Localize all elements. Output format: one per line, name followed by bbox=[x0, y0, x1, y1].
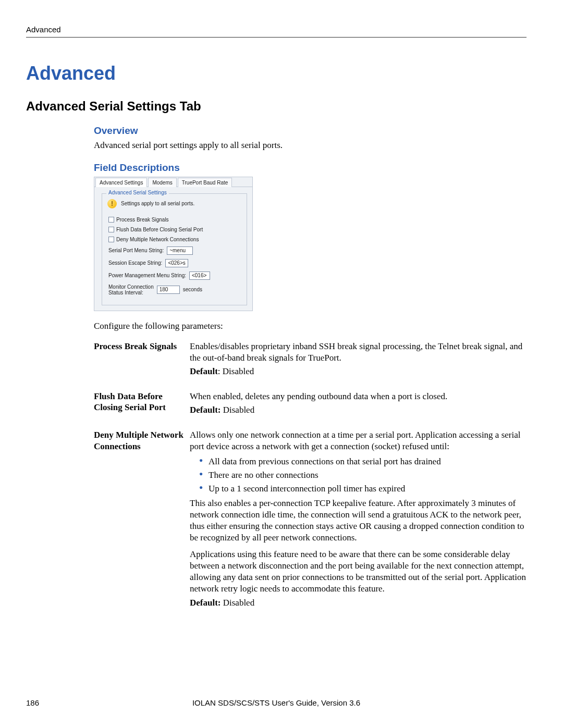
param-desc: Allows only one network connection at a … bbox=[190, 429, 527, 610]
param-term: Process Break Signals bbox=[94, 341, 183, 352]
param-bullets: All data from previous connections on th… bbox=[190, 456, 527, 495]
tab-trueport: TruePort Baud Rate bbox=[178, 178, 232, 187]
header-rule bbox=[26, 37, 527, 38]
field-unit: seconds bbox=[183, 287, 202, 292]
page-title: Advanced bbox=[26, 63, 527, 84]
field-escape-string: Session Escape String: <026>s bbox=[108, 259, 241, 267]
param-desc-text: When enabled, deletes any pending outbou… bbox=[190, 391, 527, 402]
check-deny-multiple: Deny Multiple Network Connections bbox=[108, 237, 241, 242]
page-content: Advanced Advanced Advanced Serial Settin… bbox=[26, 25, 527, 622]
field-label: Session Escape String: bbox=[108, 260, 162, 266]
default-value: Disabled bbox=[223, 405, 254, 415]
default-label: Default: bbox=[190, 598, 221, 608]
page-footer: 186 IOLAN SDS/SCS/STS User's Guide, Vers… bbox=[26, 698, 527, 707]
param-desc-text: Applications using this feature need to … bbox=[190, 549, 527, 595]
field-label: Monitor Connection Status Interval: bbox=[108, 284, 154, 295]
checkbox-icon bbox=[108, 237, 114, 242]
settings-group: Advanced Serial Settings ! Settings appl… bbox=[102, 193, 247, 305]
field-value: <016> bbox=[189, 272, 210, 280]
footer-guide: IOLAN SDS/SCS/STS User's Guide, Version … bbox=[192, 698, 360, 707]
param-term: Deny Multiple Network Connections bbox=[94, 429, 183, 452]
configure-line: Configure the following parameters: bbox=[94, 320, 527, 332]
field-desc-heading: Field Descriptions bbox=[94, 162, 527, 174]
check-process-break: Process Break Signals bbox=[108, 217, 241, 223]
default-value: Disabled bbox=[223, 366, 254, 376]
field-value: <026>s bbox=[165, 259, 188, 267]
default-label: Default bbox=[190, 366, 218, 376]
param-default: Default: Disabled bbox=[190, 366, 527, 377]
overview-heading: Overview bbox=[94, 125, 527, 137]
default-sep: : bbox=[218, 366, 223, 376]
section-title: Advanced Serial Settings Tab bbox=[26, 99, 527, 114]
param-deny-multiple: Deny Multiple Network Connections Allows… bbox=[94, 429, 527, 610]
settings-screenshot: Advanced Settings Modems TruePort Baud R… bbox=[94, 177, 253, 311]
field-value: ~menu bbox=[167, 246, 193, 255]
default-value: Disabled bbox=[223, 598, 254, 608]
field-label-line1: Monitor Connection bbox=[108, 284, 154, 290]
field-power-management: Power Management Menu String: <016> bbox=[108, 272, 241, 280]
page-number: 186 bbox=[26, 698, 39, 707]
group-title: Advanced Serial Settings bbox=[106, 190, 169, 195]
param-desc: Enables/disables proprietary inband SSH … bbox=[190, 341, 527, 379]
overview-text: Advanced serial port settings apply to a… bbox=[94, 140, 527, 152]
param-desc: When enabled, deletes any pending outbou… bbox=[190, 391, 527, 418]
bullet-item: Up to a 1 second interconnection poll ti… bbox=[199, 483, 527, 495]
param-desc-text: Allows only one network connection at a … bbox=[190, 429, 527, 452]
hint-row: ! Settings apply to all serial ports. bbox=[107, 199, 241, 208]
tab-modems: Modems bbox=[148, 178, 176, 187]
running-header: Advanced bbox=[26, 25, 527, 34]
check-flush-data: Flush Data Before Closing Serial Port bbox=[108, 227, 241, 232]
check-label: Process Break Signals bbox=[116, 217, 169, 223]
field-label: Power Management Menu String: bbox=[108, 273, 186, 278]
param-term: Flush Data Before Closing Serial Port bbox=[94, 391, 183, 413]
param-default: Default: Disabled bbox=[190, 597, 527, 609]
field-menu-string: Serial Port Menu String: ~menu bbox=[108, 246, 241, 255]
field-label: Serial Port Menu String: bbox=[108, 248, 164, 253]
checkbox-icon bbox=[108, 217, 114, 223]
bullet-item: There are no other connections bbox=[199, 470, 527, 481]
info-icon: ! bbox=[107, 199, 117, 208]
checkbox-icon bbox=[108, 227, 114, 232]
check-label: Flush Data Before Closing Serial Port bbox=[116, 227, 203, 232]
param-flush-data: Flush Data Before Closing Serial Port Wh… bbox=[94, 391, 527, 418]
param-desc-text: Enables/disables proprietary inband SSH … bbox=[190, 341, 527, 364]
check-label: Deny Multiple Network Connections bbox=[116, 237, 199, 242]
field-value: 180 bbox=[157, 286, 180, 294]
field-monitor-interval: Monitor Connection Status Interval: 180 … bbox=[108, 284, 241, 295]
param-desc-text: This also enables a per-connection TCP k… bbox=[190, 498, 527, 544]
field-label-line2: Status Interval: bbox=[108, 290, 143, 295]
param-process-break: Process Break Signals Enables/disables p… bbox=[94, 341, 527, 379]
tab-advanced-settings: Advanced Settings bbox=[95, 178, 147, 187]
hint-text: Settings apply to all serial ports. bbox=[121, 201, 194, 206]
bullet-item: All data from previous connections on th… bbox=[199, 456, 527, 467]
param-default: Default: Disabled bbox=[190, 404, 527, 416]
content-body: Overview Advanced serial port settings a… bbox=[94, 125, 527, 611]
default-label: Default: bbox=[190, 405, 221, 415]
params-table: Process Break Signals Enables/disables p… bbox=[94, 341, 527, 611]
settings-tabs: Advanced Settings Modems TruePort Baud R… bbox=[94, 177, 252, 187]
